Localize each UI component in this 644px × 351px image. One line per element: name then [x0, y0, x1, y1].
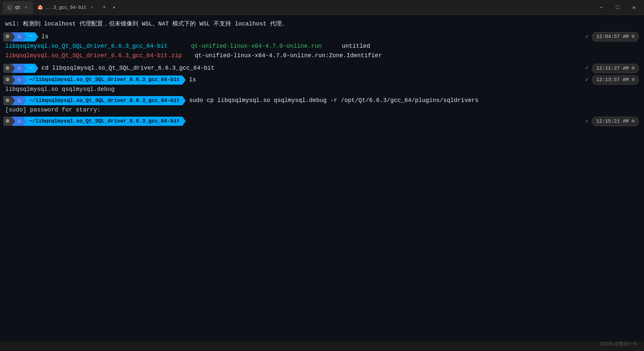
terminal-icon: $	[7, 5, 12, 10]
tab-gcc[interactable]: ...3_gcc_64-bit ✕	[33, 1, 99, 14]
arrow-3a	[12, 75, 15, 85]
titlebar: $ qt ✕ ...3_gcc_64-bit ✕ + ▾ ─ □ ✕	[0, 0, 644, 15]
prompt-line-4: ⚙ ⌂ ~/libqsqlmysql.so_Qt_SQL_driver_6.6.…	[3, 96, 644, 105]
gear-segment-3: ⚙	[3, 75, 12, 85]
minimize-button[interactable]: ─	[594, 0, 609, 15]
new-tab-button[interactable]: +	[99, 2, 110, 13]
prompt-line-3: ⚙ ⌂ ~/libqsqlmysql.so_Qt_SQL_driver_6.6.…	[3, 75, 644, 85]
gear-segment-1: ⚙	[3, 32, 12, 42]
ls-item-3: untitled	[342, 43, 370, 49]
cmd-cd: cd libqsqlmysql.so_Qt_SQL_driver_6.6.3_g…	[42, 64, 214, 73]
arrow-1a	[12, 32, 15, 42]
home-segment-3: ⌂	[15, 75, 24, 85]
arrow-4c	[182, 96, 186, 105]
timestamp-3: 12:13:57 AM ⊙	[592, 75, 639, 85]
arrow-5a	[12, 117, 15, 126]
ls-output-3: libqsqlmysql.so qsqlmysql.debug	[3, 85, 644, 94]
arrow-3c	[182, 75, 186, 85]
tab-qt-close[interactable]: ✕	[23, 5, 28, 10]
ls-output-1: libqsqlmysql.so_Qt_SQL_driver_6.6.3_gcc_…	[3, 42, 644, 51]
maximize-button[interactable]: □	[610, 0, 625, 15]
path-segment-4: ~/libqsqlmysql.so_Qt_SQL_driver_6.6.3_gc…	[26, 96, 182, 105]
home-segment-4: ⌂	[15, 96, 24, 105]
svg-text:$: $	[8, 6, 10, 9]
tab-gcc-label: ...3_gcc_64-bit	[45, 5, 87, 10]
prompt-line-2: ⚙ ⌂ ~ cd libqsqlmysql.so_Qt_SQL_driver_6…	[3, 64, 644, 73]
arrow-4b	[23, 96, 26, 105]
timestamp-5: 12:15:21 AM ⊙	[592, 117, 639, 126]
tab-qt-label: qt	[15, 5, 21, 10]
home-segment-2: ⌂	[15, 64, 24, 73]
arrow-2c	[35, 64, 38, 73]
prompt-line-5: ⚙ ⌂ ~/libqsqlmysql.so_Qt_SQL_driver_6.6.…	[3, 117, 644, 126]
gear-segment-2: ⚙	[3, 64, 12, 73]
path-segment-3: ~/libqsqlmysql.so_Qt_SQL_driver_6.6.3_gc…	[26, 75, 182, 85]
cmd-ls-1: ls	[42, 32, 49, 42]
ls-output-2: libqsqlmysql.so_Qt_SQL_driver_6.6.3_gcc_…	[3, 51, 644, 60]
window-controls: ─ □ ✕	[594, 0, 641, 15]
gear-segment-5: ⚙	[3, 117, 12, 126]
prompt-badge-3: ⚙ ⌂ ~/libqsqlmysql.so_Qt_SQL_driver_6.6.…	[3, 75, 186, 85]
prompt-badge-4: ⚙ ⌂ ~/libqsqlmysql.so_Qt_SQL_driver_6.6.…	[3, 96, 186, 105]
arrow-4a	[12, 96, 15, 105]
cmd-sudo-cp: sudo cp libqsqlmysql.so qsqlmysql.debug …	[189, 96, 479, 105]
tab-qt[interactable]: $ qt ✕	[3, 1, 33, 14]
ls-item-5: qt-unified-linux-x64-4.7.0-online.run:Zo…	[195, 52, 382, 59]
tilde-segment-2: ~	[26, 64, 35, 73]
ls-item-1: libqsqlmysql.so_Qt_SQL_driver_6.6.3_gcc_…	[5, 43, 168, 49]
prompt-badge-2: ⚙ ⌂ ~	[3, 64, 38, 73]
gear-segment-4: ⚙	[3, 96, 12, 105]
svg-point-6	[38, 8, 39, 9]
checkmark-2: ✓	[585, 64, 589, 73]
watermark: CSDN @繁星十年	[600, 341, 637, 347]
prompt-badge-5: ⚙ ⌂ ~/libqsqlmysql.so_Qt_SQL_driver_6.6.…	[3, 117, 186, 126]
cmd-ls-3: ls	[189, 75, 196, 85]
tab-gcc-close[interactable]: ✕	[89, 5, 94, 10]
checkmark-5: ✓	[585, 117, 589, 126]
prompt-badge-1: ⚙ ⌂ ~	[3, 32, 38, 42]
close-button[interactable]: ✕	[626, 0, 641, 15]
ubuntu-icon	[38, 5, 43, 10]
tab-dropdown-button[interactable]: ▾	[110, 3, 119, 12]
sudo-output: [sudo] password for starry:	[3, 105, 644, 115]
terminal-area[interactable]: wsl: 检测到 localhost 代理配置，但未镜像到 WSL。NAT 模式…	[0, 15, 644, 341]
arrow-5b	[23, 117, 26, 126]
arrow-3b	[23, 75, 26, 85]
arrow-2b	[23, 64, 26, 73]
svg-point-5	[42, 8, 42, 9]
arrow-1b	[23, 32, 26, 42]
home-segment-1: ⌂	[15, 32, 24, 42]
checkmark-3: ✓	[585, 75, 589, 85]
prompt-line-1: ⚙ ⌂ ~ ls ✓ 12:04:57 AM ⊙	[3, 32, 644, 42]
path-segment-5: ~/libqsqlmysql.so_Qt_SQL_driver_6.6.3_gc…	[26, 117, 182, 126]
arrow-5c	[182, 117, 186, 126]
arrow-1c	[35, 32, 38, 42]
tilde-segment-1: ~	[26, 32, 35, 42]
svg-point-4	[40, 5, 41, 6]
ls-item-4: libqsqlmysql.so_Qt_SQL_driver_6.6.3_gcc_…	[5, 52, 182, 59]
ls-item-2: qt-unified-linux-x64-4.7.0-online.run	[191, 43, 322, 49]
arrow-2a	[12, 64, 15, 73]
wsl-info-line: wsl: 检测到 localhost 代理配置，但未镜像到 WSL。NAT 模式…	[3, 18, 644, 30]
checkmark-1: ✓	[585, 32, 589, 42]
timestamp-2: 12:11:27 AM ⊙	[592, 64, 639, 73]
home-segment-5: ⌂	[15, 117, 24, 126]
timestamp-1: 12:04:57 AM ⊙	[592, 32, 639, 42]
